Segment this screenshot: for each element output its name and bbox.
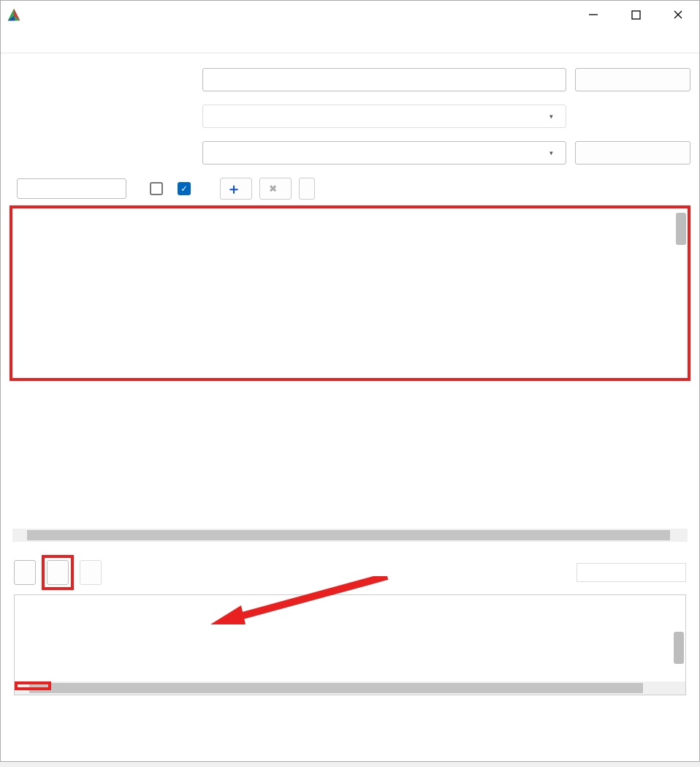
log-hscrollbar[interactable] xyxy=(15,681,685,695)
remove-entry-button[interactable]: ✖ xyxy=(259,178,292,200)
cache-table-lower xyxy=(9,381,691,527)
instruction-text xyxy=(9,543,691,552)
grouped-checkbox[interactable] xyxy=(150,182,163,195)
generate-button[interactable] xyxy=(47,560,69,585)
close-button[interactable] xyxy=(657,1,699,29)
chevron-down-icon: ▾ xyxy=(543,148,560,159)
cmake-logo-icon xyxy=(7,7,21,22)
content-area: ▾ ▾ ✓ ＋ xyxy=(1,53,699,700)
search-input[interactable] xyxy=(17,178,126,199)
menu-help[interactable] xyxy=(84,37,110,45)
col-value[interactable] xyxy=(350,208,688,216)
source-row xyxy=(9,68,691,91)
menu-options[interactable] xyxy=(58,37,84,45)
log-scrollbar[interactable] xyxy=(674,632,684,664)
maximize-button[interactable] xyxy=(615,1,657,29)
search-toolbar: ✓ ＋ ✖ xyxy=(9,178,691,200)
open-project-button[interactable] xyxy=(80,560,102,585)
app-window: ▾ ▾ ✓ ＋ xyxy=(0,0,700,762)
table-hscrollbar[interactable] xyxy=(12,529,688,542)
svg-rect-4 xyxy=(632,11,640,19)
action-bar xyxy=(9,552,691,593)
remove-icon: ✖ xyxy=(267,183,279,194)
menubar xyxy=(1,29,699,53)
environment-button[interactable] xyxy=(299,178,315,200)
build-row: ▾ xyxy=(9,141,691,165)
chevron-down-icon: ▾ xyxy=(543,111,560,122)
titlebar xyxy=(1,1,699,29)
source-path-input[interactable] xyxy=(202,68,566,91)
preset-dropdown[interactable]: ▾ xyxy=(202,105,566,128)
minimize-button[interactable] xyxy=(572,1,615,29)
preset-row: ▾ xyxy=(9,105,691,128)
browse-source-button[interactable] xyxy=(575,68,691,91)
plus-icon: ＋ xyxy=(228,183,240,194)
cache-table-highlight xyxy=(9,205,691,381)
close-icon xyxy=(673,10,683,20)
maximize-icon xyxy=(631,10,641,20)
progress-bar xyxy=(577,563,686,582)
table-scrollbar[interactable] xyxy=(676,213,686,245)
log-output[interactable] xyxy=(15,595,685,681)
advanced-checkbox[interactable]: ✓ xyxy=(178,182,191,195)
col-name[interactable] xyxy=(12,208,350,216)
build-path-combo[interactable]: ▾ xyxy=(202,141,566,165)
minimize-icon xyxy=(588,10,598,20)
browse-build-button[interactable] xyxy=(575,141,691,165)
add-entry-button[interactable]: ＋ xyxy=(220,178,252,200)
cache-table[interactable] xyxy=(12,208,688,216)
log-panel xyxy=(14,594,686,695)
menu-tools[interactable] xyxy=(31,37,58,45)
menu-file[interactable] xyxy=(5,37,31,45)
generate-highlight xyxy=(42,555,74,590)
configure-button[interactable] xyxy=(14,560,36,585)
